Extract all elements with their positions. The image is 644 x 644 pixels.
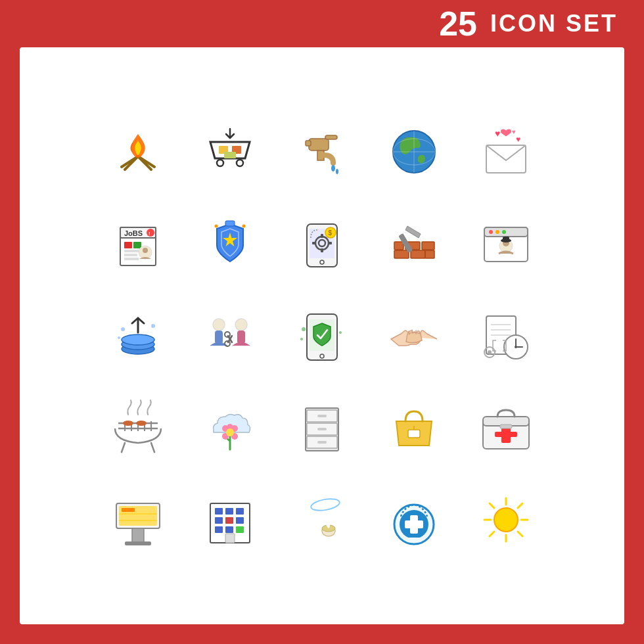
shuttlecock-icon [279, 477, 365, 563]
svg-line-110 [122, 443, 125, 452]
svg-point-8 [237, 160, 243, 166]
svg-point-69 [122, 334, 154, 345]
svg-rect-27 [124, 242, 132, 248]
svg-point-73 [118, 336, 120, 339]
svg-rect-145 [215, 517, 223, 524]
svg-rect-31 [124, 258, 139, 260]
svg-rect-146 [225, 517, 233, 524]
svg-rect-51 [394, 250, 409, 258]
svg-rect-126 [317, 441, 327, 444]
svg-point-61 [495, 230, 499, 234]
svg-text:♥: ♥ [516, 135, 520, 144]
svg-rect-143 [225, 508, 233, 515]
svg-line-111 [151, 443, 154, 452]
svg-point-60 [489, 230, 493, 234]
svg-line-171 [518, 503, 522, 508]
svg-rect-127 [408, 430, 420, 438]
svg-rect-75 [215, 331, 223, 344]
svg-text:$: $ [329, 229, 333, 237]
icon-count: 25 [439, 4, 477, 43]
svg-point-39 [242, 225, 246, 228]
svg-rect-139 [132, 528, 144, 543]
svg-point-85 [302, 327, 306, 331]
svg-point-38 [215, 225, 218, 228]
page-title: ICON SET [490, 10, 618, 37]
svg-point-34 [147, 229, 154, 237]
svg-point-108 [123, 421, 133, 426]
svg-text:♥: ♥ [495, 128, 500, 139]
svg-line-88 [409, 331, 409, 334]
billboard-icon [95, 477, 181, 563]
svg-rect-144 [236, 508, 244, 515]
browser-hacker-icon [463, 201, 549, 287]
faucet-icon [279, 109, 365, 195]
svg-rect-52 [411, 250, 425, 258]
shopping-bag-icon [371, 385, 457, 471]
svg-rect-53 [425, 250, 434, 258]
document-clock-icon [463, 293, 549, 379]
svg-point-74 [213, 319, 225, 331]
svg-rect-6 [224, 152, 236, 158]
svg-point-81 [225, 332, 230, 337]
svg-point-100 [488, 350, 492, 354]
data-upload-icon [95, 293, 181, 379]
svg-text:!: ! [149, 231, 150, 237]
svg-point-76 [235, 319, 247, 331]
grid-building-icon [187, 477, 273, 563]
badge-star-icon [187, 201, 273, 287]
svg-rect-37 [225, 221, 235, 226]
svg-point-62 [502, 230, 506, 234]
svg-rect-45 [321, 248, 323, 252]
svg-point-71 [121, 327, 125, 331]
svg-rect-132 [495, 432, 517, 437]
medical-badge-icon [371, 477, 457, 563]
svg-rect-149 [225, 526, 233, 533]
mobile-shield-icon [279, 293, 365, 379]
svg-rect-147 [236, 517, 244, 524]
svg-rect-140 [125, 541, 151, 545]
svg-rect-150 [236, 526, 244, 533]
svg-point-86 [339, 331, 342, 334]
campfire-icon [95, 109, 181, 195]
svg-line-169 [490, 503, 494, 508]
first-aid-kit-icon [463, 385, 549, 471]
svg-point-109 [136, 421, 147, 426]
main-container: 25 ICON SET [0, 0, 644, 644]
svg-rect-151 [225, 534, 235, 543]
svg-rect-28 [133, 242, 141, 248]
svg-point-119 [226, 428, 234, 436]
svg-rect-133 [500, 425, 512, 428]
svg-line-172 [490, 532, 494, 536]
svg-line-89 [412, 330, 413, 333]
jobs-newspaper-icon: JoBS ! [95, 201, 181, 287]
svg-rect-77 [237, 331, 245, 344]
svg-rect-54 [394, 242, 403, 250]
svg-rect-47 [328, 242, 332, 244]
svg-rect-142 [215, 508, 223, 515]
bbq-grill-icon [95, 385, 181, 471]
mobile-settings-icon: $ [279, 201, 365, 287]
svg-point-7 [217, 160, 223, 166]
header: 25 ICON SET [0, 0, 644, 47]
people-scissors-icon [187, 293, 273, 379]
love-letter-icon: ♥ ♥ ♥ [463, 109, 549, 195]
svg-text:JoBS: JoBS [124, 229, 143, 237]
svg-rect-163 [405, 520, 423, 528]
svg-rect-138 [122, 508, 135, 512]
svg-point-87 [300, 338, 303, 340]
svg-point-13 [336, 169, 338, 174]
brick-wall-icon [371, 201, 457, 287]
svg-rect-44 [321, 234, 323, 238]
handshake-icon [371, 293, 457, 379]
svg-rect-30 [124, 254, 137, 256]
svg-rect-122 [317, 415, 327, 417]
svg-rect-66 [503, 237, 509, 241]
shopping-cart-down-icon [187, 109, 273, 195]
sun-icon [463, 477, 549, 563]
svg-point-164 [494, 508, 518, 532]
file-cabinet-icon [279, 385, 365, 471]
svg-rect-14 [325, 135, 337, 139]
svg-point-33 [143, 248, 148, 253]
svg-line-170 [518, 532, 522, 536]
svg-rect-46 [312, 242, 316, 244]
